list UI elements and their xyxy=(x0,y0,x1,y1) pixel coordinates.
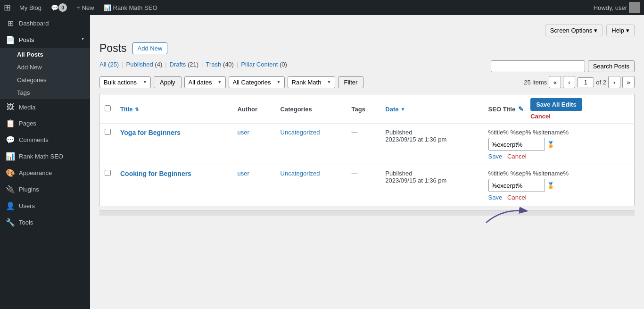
adminbar-site[interactable]: My Blog xyxy=(15,0,46,15)
th-date: Date ▼ xyxy=(380,94,483,124)
seo-row-actions: Save Cancel xyxy=(488,153,629,160)
row-checkbox-cell xyxy=(100,165,116,206)
posts-table: Title ⇅ Author Categories Tags Date ▼ xyxy=(99,94,635,206)
seo-cancel-link[interactable]: Cancel xyxy=(507,194,526,201)
help-button[interactable]: Help ▾ xyxy=(606,25,635,36)
sort-title-link[interactable]: Title ⇅ xyxy=(120,106,228,113)
seo-excerpt-input[interactable] xyxy=(488,138,545,151)
filter-trash[interactable]: Trash xyxy=(206,61,221,68)
apply-button[interactable]: Apply xyxy=(154,76,182,88)
next-page-button[interactable]: › xyxy=(608,76,620,88)
sidebar-item-plugins[interactable]: 🔌 Plugins xyxy=(0,181,90,198)
submenu-add-new[interactable]: Add New xyxy=(0,61,90,74)
filter-published[interactable]: Published xyxy=(126,61,153,68)
select-all-checkbox[interactable] xyxy=(105,105,111,111)
filter-button[interactable]: Filter xyxy=(338,76,364,88)
sidebar-label-appearance: Appearance xyxy=(19,169,52,176)
main-content: Screen Options ▾ Help ▾ Posts Add New Al… xyxy=(90,15,644,309)
sidebar-label-posts: Posts xyxy=(19,36,34,43)
category-link[interactable]: Uncategorized xyxy=(281,170,320,177)
table-wrapper: Title ⇅ Author Categories Tags Date ▼ xyxy=(99,94,635,206)
seo-excerpt-input[interactable] xyxy=(488,179,545,192)
page-number-input[interactable] xyxy=(577,77,594,87)
first-page-button[interactable]: « xyxy=(549,76,561,88)
sidebar-item-appearance[interactable]: 🎨 Appearance xyxy=(0,165,90,181)
post-title-link[interactable]: Yoga for Beginners xyxy=(120,129,181,136)
prev-page-button[interactable]: ‹ xyxy=(563,76,575,88)
sidebar-item-users[interactable]: 👤 Users xyxy=(0,198,90,214)
sidebar-item-tools[interactable]: 🔧 Tools xyxy=(0,214,90,231)
sidebar-label-comments: Comments xyxy=(19,136,49,143)
seo-save-link[interactable]: Save xyxy=(488,194,503,201)
adminbar-rankmath[interactable]: 📊 Rank Math SEO xyxy=(99,0,162,15)
adminbar-right: Howdy, user xyxy=(594,2,640,13)
howdy-text: Howdy, user xyxy=(594,4,627,11)
scrollbar[interactable] xyxy=(99,210,635,216)
row-checkbox[interactable] xyxy=(105,129,111,135)
search-input[interactable] xyxy=(491,60,585,72)
row-date-cell: Published2023/09/15 at 1:36 pm xyxy=(380,124,483,165)
author-link[interactable]: user xyxy=(238,129,249,136)
comments-icon: 💬 xyxy=(6,135,15,144)
posts-submenu: All Posts Add New Categories Tags xyxy=(0,48,90,99)
admin-bar: ⊞ My Blog 💬 0 + New 📊 Rank Math SEO Howd… xyxy=(0,0,644,15)
adminbar-site-name: My Blog xyxy=(19,4,41,11)
sidebar-label-pages: Pages xyxy=(19,120,36,127)
seo-meta-text: %title% %sep% %sitename% xyxy=(488,170,629,177)
row-tags-cell: — xyxy=(347,165,381,206)
row-checkbox-cell xyxy=(100,124,116,165)
save-all-edits-button[interactable]: Save All Edits xyxy=(530,98,582,111)
filter-pillar[interactable]: Pillar Content xyxy=(241,61,278,68)
filters-row: Bulk actions Apply All dates All Categor… xyxy=(99,76,635,88)
adminbar-rankmath-label: Rank Math SEO xyxy=(113,4,157,11)
author-link[interactable]: user xyxy=(238,170,249,177)
screen-options-label: Screen Options xyxy=(550,27,593,34)
rankmath-icon: 📊 xyxy=(6,152,15,161)
pages-icon: 📋 xyxy=(6,119,15,128)
sidebar-item-rankmath[interactable]: 📊 Rank Math SEO xyxy=(0,148,90,165)
submenu-all-posts[interactable]: All Posts xyxy=(0,48,90,61)
row-checkbox[interactable] xyxy=(105,170,111,176)
rankmath-select[interactable]: Rank Math xyxy=(288,76,335,88)
search-posts-button[interactable]: Search Posts xyxy=(588,60,635,72)
adminbar-new[interactable]: + New xyxy=(72,0,99,15)
sidebar-item-pages[interactable]: 📋 Pages xyxy=(0,115,90,132)
cancel-link[interactable]: Cancel xyxy=(530,113,582,120)
last-page-button[interactable]: » xyxy=(622,76,635,88)
filter-drafts[interactable]: Drafts xyxy=(170,61,186,68)
adminbar-new-label: New xyxy=(82,4,94,11)
add-new-button[interactable]: Add New xyxy=(132,42,168,54)
screen-options-button[interactable]: Screen Options ▾ xyxy=(545,25,603,36)
seo-cancel-link[interactable]: Cancel xyxy=(507,153,526,160)
category-link[interactable]: Uncategorized xyxy=(281,129,320,136)
table-row: Cooking for Beginners user Uncategorized… xyxy=(100,165,635,206)
table-row: Yoga for Beginners user Uncategorized — … xyxy=(100,124,635,165)
sidebar-item-posts[interactable]: 📄 Posts xyxy=(0,32,90,48)
dates-select[interactable]: All dates xyxy=(184,76,226,88)
seo-title-edit-icon[interactable]: ✎ xyxy=(518,105,524,113)
row-seo-cell: %title% %sep% %sitename% 🏅 Save Cancel xyxy=(484,124,635,165)
post-title-link[interactable]: Cooking for Beginners xyxy=(120,170,191,177)
sort-date-link[interactable]: Date ▼ xyxy=(385,106,479,113)
categories-select[interactable]: All Categories xyxy=(229,76,285,88)
sidebar-item-comments[interactable]: 💬 Comments xyxy=(0,132,90,148)
sidebar-item-media[interactable]: 🖼 Media xyxy=(0,99,90,115)
topbar: Screen Options ▾ Help ▾ xyxy=(99,25,635,36)
seo-save-link[interactable]: Save xyxy=(488,153,503,160)
media-icon: 🖼 xyxy=(6,103,15,111)
sidebar-label-rankmath: Rank Math SEO xyxy=(19,153,63,160)
bulk-actions-select[interactable]: Bulk actions xyxy=(99,76,151,88)
chevron-down-icon xyxy=(82,38,84,42)
sidebar-item-dashboard[interactable]: ⊞ Dashboard xyxy=(0,15,90,32)
bulk-actions-wrapper: Bulk actions xyxy=(99,76,151,88)
submenu-categories[interactable]: Categories xyxy=(0,74,90,86)
wp-logo[interactable]: ⊞ xyxy=(4,2,11,13)
row-date-cell: Published2023/09/15 at 1:36 pm xyxy=(380,165,483,206)
table-header-row: Title ⇅ Author Categories Tags Date ▼ xyxy=(100,94,635,124)
posts-tbody: Yoga for Beginners user Uncategorized — … xyxy=(100,124,635,206)
post-filter-links: All (25) | Published (4) | Drafts (21) |… xyxy=(99,61,287,68)
filter-all[interactable]: All (25) xyxy=(99,61,119,68)
submenu-tags[interactable]: Tags xyxy=(0,86,90,99)
seo-row-actions: Save Cancel xyxy=(488,194,629,201)
adminbar-comments[interactable]: 💬 0 xyxy=(46,0,72,15)
